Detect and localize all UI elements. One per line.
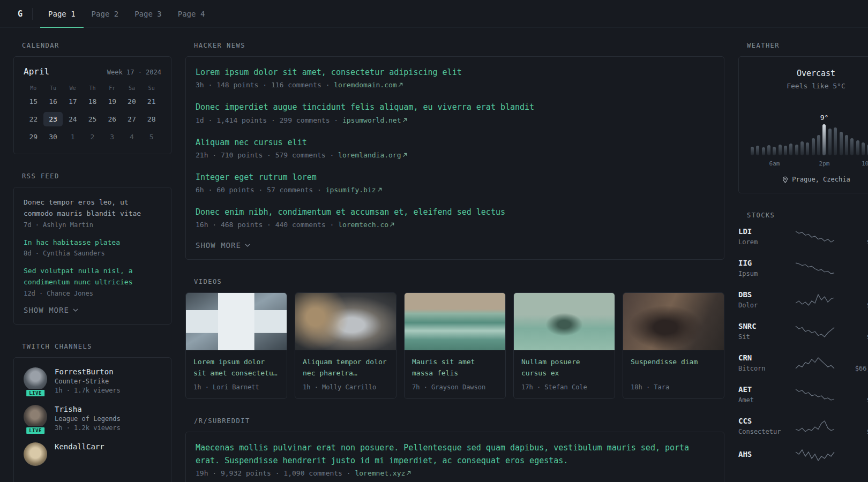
rss-item-meta: 12d · Chance Jones bbox=[24, 290, 161, 297]
twitch-channel-name[interactable]: KendallCarr bbox=[55, 442, 104, 451]
rss-item-meta: 8d · Cynthia Saunders bbox=[24, 250, 161, 257]
twitch-channel-name[interactable]: Trisha bbox=[55, 405, 121, 413]
stock-row[interactable]: LDI Lorem +4.35% $795.18 bbox=[738, 227, 868, 246]
stock-row[interactable]: AHS +0.46% bbox=[738, 448, 868, 462]
source-link[interactable]: loremnet.xyz bbox=[355, 469, 411, 477]
stock-row[interactable]: CCS Consectetur +0.51% $165.84 bbox=[738, 417, 868, 435]
video-title[interactable]: Suspendisse diam bbox=[631, 357, 716, 380]
stock-symbol[interactable]: LDI bbox=[738, 227, 788, 236]
twitch-channel-game[interactable]: Counter-Strike bbox=[55, 378, 121, 385]
hacker-news-item-title[interactable]: Donec enim nibh, condimentum et accumsan… bbox=[196, 206, 714, 219]
stock-symbol[interactable]: CCS bbox=[738, 417, 788, 425]
video-card[interactable]: Lorem ipsum dolor sit amet consectetu… 1… bbox=[185, 292, 287, 399]
video-title[interactable]: Mauris sit amet massa felis bbox=[412, 357, 498, 380]
page-tab[interactable]: Page 2 bbox=[84, 0, 127, 28]
page-tab[interactable]: Page 4 bbox=[170, 0, 213, 28]
twitch-channel-game[interactable]: League of Legends bbox=[55, 415, 121, 423]
video-thumbnail[interactable] bbox=[186, 293, 287, 350]
hacker-news-item-title[interactable]: Aliquam nec cursus elit bbox=[196, 137, 714, 149]
external-link-icon bbox=[390, 222, 394, 227]
source-link[interactable]: loremlandia.org bbox=[338, 151, 407, 159]
stock-name: Ipsum bbox=[738, 270, 788, 277]
page-tab[interactable]: Page 1 bbox=[40, 0, 84, 28]
video-title[interactable]: Aliquam tempor dolor nec pharetra… bbox=[303, 357, 388, 380]
rss-widget: RSS FEED Donec tempor eros leo, ut commo… bbox=[13, 172, 171, 325]
source-link[interactable]: loremdomain.com bbox=[334, 81, 402, 89]
hacker-news-widget-title: HACKER NEWS bbox=[194, 42, 716, 49]
stock-symbol[interactable]: IIG bbox=[738, 259, 788, 267]
video-card[interactable]: Suspendisse diam 18h · Tara bbox=[623, 292, 724, 399]
app-logo[interactable]: G bbox=[13, 7, 27, 21]
stock-change: -1.00% bbox=[842, 354, 868, 362]
calendar-widget: CALENDAR April Week 17 · 2024 MoTuWeThFr… bbox=[13, 42, 171, 154]
hacker-news-item-title[interactable]: Lorem ipsum dolor sit amet, consectetur … bbox=[196, 66, 714, 79]
rss-list: Donec tempor eros leo, ut commodo mauris… bbox=[24, 197, 161, 297]
video-card[interactable]: Mauris sit amet massa felis 7h · Grayson… bbox=[404, 292, 506, 399]
rss-item[interactable]: Donec tempor eros leo, ut commodo mauris… bbox=[24, 197, 161, 229]
video-thumbnail[interactable] bbox=[514, 293, 615, 350]
video-meta: 17h · Stefan Cole bbox=[521, 383, 607, 391]
video-thumbnail[interactable] bbox=[623, 293, 724, 350]
twitch-channel-row[interactable]: KendallCarr bbox=[24, 442, 161, 466]
twitch-channel-row[interactable]: LIVE Trisha League of Legends 3h · 1.2k … bbox=[24, 405, 161, 432]
stock-symbol[interactable]: AET bbox=[738, 385, 788, 394]
middle-column: HACKER NEWS Lorem ipsum dolor sit amet, … bbox=[185, 42, 724, 482]
subreddit-post-title[interactable]: Maecenas mollis pulvinar erat non posuer… bbox=[196, 442, 714, 467]
weather-widget-title: WEATHER bbox=[747, 42, 868, 49]
calendar-day: 24 bbox=[63, 112, 83, 126]
calendar-day: 18 bbox=[83, 94, 102, 109]
stock-symbol[interactable]: DBS bbox=[738, 290, 788, 299]
video-thumbnail[interactable] bbox=[405, 293, 505, 350]
chevron-down-icon bbox=[73, 308, 78, 312]
stock-row[interactable]: DBS Dolor +1.42% $156.28 bbox=[738, 290, 868, 309]
hacker-news-item-meta: 6h · 60 points · 57 comments · ipsumify.… bbox=[196, 186, 714, 194]
hacker-news-list: Lorem ipsum dolor sit amet, consectetur … bbox=[196, 66, 714, 229]
twitch-channel-row[interactable]: LIVE ForrestBurton Counter-Strike 1h · 1… bbox=[24, 367, 161, 394]
external-link-icon bbox=[402, 118, 407, 123]
stock-row[interactable]: CRN Bitcorn -1.00% $66,171.48 bbox=[738, 353, 868, 372]
video-thumbnail[interactable] bbox=[295, 293, 396, 350]
rss-item-title[interactable]: Sed volutpat nulla nisl, a condimentum n… bbox=[24, 266, 161, 288]
weather-widget: WEATHER Overcast Feels like 5°C 9° 6am2p… bbox=[738, 42, 868, 193]
rss-item-title[interactable]: In hac habitasse platea bbox=[24, 237, 161, 248]
video-title[interactable]: Lorem ipsum dolor sit amet consectetu… bbox=[193, 357, 279, 380]
rss-item[interactable]: Sed volutpat nulla nisl, a condimentum n… bbox=[24, 266, 161, 297]
rss-item-title[interactable]: Donec tempor eros leo, ut commodo mauris… bbox=[24, 197, 161, 220]
stock-symbol[interactable]: SNRC bbox=[738, 322, 788, 330]
source-link[interactable]: ipsumify.biz bbox=[326, 186, 382, 194]
stock-name: Amet bbox=[738, 396, 788, 404]
hacker-news-item-meta: 16h · 468 points · 440 comments · loremt… bbox=[196, 221, 714, 229]
hacker-news-item-meta: 3h · 148 points · 116 comments · loremdo… bbox=[196, 81, 714, 89]
videos-widget: VIDEOS Lorem ipsum dolor sit amet consec… bbox=[185, 278, 724, 399]
hacker-news-widget: HACKER NEWS Lorem ipsum dolor sit amet, … bbox=[185, 42, 724, 260]
stock-sparkline bbox=[795, 293, 835, 307]
hacker-news-item-title[interactable]: Donec imperdiet augue tincidunt felis al… bbox=[196, 101, 714, 114]
hacker-news-item-title[interactable]: Integer eget rutrum lorem bbox=[196, 171, 714, 184]
stock-row[interactable]: IIG Ipsum +2.84% $42.04 bbox=[738, 259, 868, 277]
stock-symbol[interactable]: CRN bbox=[738, 353, 788, 362]
rss-item[interactable]: In hac habitasse platea 8d · Cynthia Sau… bbox=[24, 237, 161, 258]
source-link[interactable]: ipsumworld.net bbox=[342, 116, 407, 124]
video-title[interactable]: Nullam posuere cursus ex bbox=[521, 357, 607, 380]
weather-box: Overcast Feels like 5°C 9° 6am2pm10pm Pr… bbox=[738, 56, 868, 193]
twitch-channel-name[interactable]: ForrestBurton bbox=[55, 367, 121, 376]
right-column: WEATHER Overcast Feels like 5°C 9° 6am2p… bbox=[738, 42, 868, 480]
video-card[interactable]: Nullam posuere cursus ex 17h · Stefan Co… bbox=[513, 292, 615, 399]
calendar-day: 16 bbox=[43, 94, 63, 109]
calendar-widget-title: CALENDAR bbox=[22, 42, 163, 49]
stock-row[interactable]: SNRC Sit +1.36% $148.64 bbox=[738, 322, 868, 341]
left-column: CALENDAR April Week 17 · 2024 MoTuWeThFr… bbox=[13, 42, 171, 482]
hacker-news-show-more-button[interactable]: SHOW MORE bbox=[196, 241, 250, 250]
page-tab[interactable]: Page 3 bbox=[126, 0, 170, 28]
calendar-day: 15 bbox=[24, 94, 43, 109]
rss-show-more-button[interactable]: SHOW MORE bbox=[24, 306, 78, 314]
calendar-day: 28 bbox=[141, 112, 161, 126]
topbar: G Page 1 Page 2 Page 3 Page 4 bbox=[0, 0, 868, 28]
stock-symbol[interactable]: AHS bbox=[738, 450, 788, 458]
stock-row[interactable]: AET Amet +0.92% $499.72 bbox=[738, 385, 868, 404]
calendar-day: 27 bbox=[122, 112, 142, 126]
source-link[interactable]: loremtech.co bbox=[338, 221, 394, 229]
weather-feels-like: Feels like 5°C bbox=[750, 82, 868, 90]
rss-widget-title: RSS FEED bbox=[22, 172, 163, 180]
video-card[interactable]: Aliquam tempor dolor nec pharetra… 1h · … bbox=[295, 292, 396, 399]
